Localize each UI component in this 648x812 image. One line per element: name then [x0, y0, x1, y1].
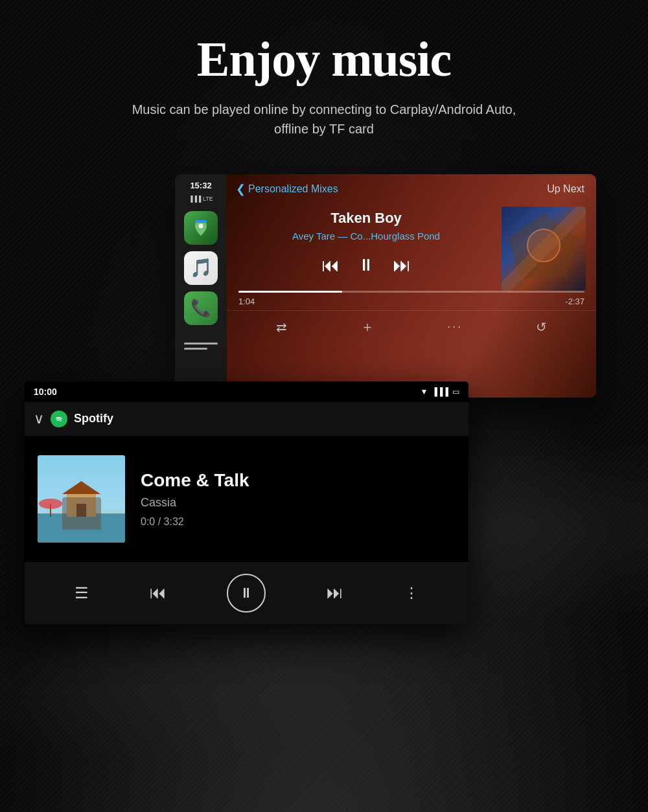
- carplay-signal: ▐▐▐ LTE: [189, 196, 213, 202]
- carplay-remaining: -2:37: [565, 297, 584, 306]
- carplay-rewind-button[interactable]: ⏮: [321, 254, 340, 276]
- subtitle-line1: Music can be played online by connecting…: [132, 102, 516, 117]
- android-artist-name: Cassia: [141, 496, 456, 510]
- svg-rect-11: [76, 504, 86, 517]
- android-track-details: Come & Talk Cassia 0:0 / 3:32: [141, 470, 456, 528]
- svg-point-0: [199, 223, 203, 228]
- more-dots-icon[interactable]: ···: [447, 320, 463, 333]
- android-content: Come & Talk Cassia 0:0 / 3:32: [25, 436, 469, 562]
- carplay-time: 15:32: [190, 181, 211, 190]
- wifi-icon: ▼: [421, 387, 428, 396]
- android-header: ∨ Spotify: [25, 402, 469, 436]
- signal-icon: ▐▐▐: [432, 387, 448, 396]
- menu-line: [184, 343, 218, 344]
- android-duration: 0:0 / 3:32: [141, 516, 456, 528]
- carplay-back-button[interactable]: ❮ Personalized Mixes: [236, 182, 338, 196]
- carplay-track-info: Taken Boy Avey Tare — Co...Hourglass Pon…: [237, 207, 495, 286]
- carplay-topbar: ❮ Personalized Mixes Up Next: [227, 174, 596, 201]
- subtitle-line2: offline by TF card: [274, 122, 374, 136]
- carplay-progress-bar[interactable]: [238, 291, 584, 293]
- subtitle: Music can be played online by connecting…: [0, 100, 648, 139]
- android-chevron-down-icon[interactable]: ∨: [34, 411, 44, 427]
- carplay-controls: ⏮ ⏸ ⏭: [237, 254, 495, 276]
- android-statusbar: 10:00 ▼ ▐▐▐ ▭: [25, 381, 469, 402]
- android-total-time: 3:32: [164, 516, 184, 527]
- music-app-icon[interactable]: 🎵: [184, 251, 218, 285]
- carplay-bottom-bar: ⇄ ＋ ··· ↺: [227, 310, 596, 341]
- carplay-pause-button[interactable]: ⏸: [358, 255, 375, 275]
- maps-app-icon[interactable]: [184, 211, 218, 245]
- android-status-icons: ▼ ▐▐▐ ▭: [421, 387, 459, 396]
- repeat-icon[interactable]: ↺: [536, 319, 547, 335]
- carplay-progress-fill: [238, 291, 342, 293]
- carplay-content: Taken Boy Avey Tare — Co...Hourglass Pon…: [227, 201, 596, 296]
- svg-rect-8: [38, 513, 125, 543]
- shuffle-icon[interactable]: ⇄: [276, 319, 287, 335]
- carplay-back-label: Personalized Mixes: [248, 183, 338, 195]
- android-duration-separator: /: [158, 516, 164, 527]
- carplay-main: ❮ Personalized Mixes Up Next Taken Boy A…: [227, 174, 596, 398]
- spotify-icon: [51, 411, 67, 427]
- battery-icon: ▭: [452, 387, 459, 396]
- add-icon[interactable]: ＋: [360, 317, 375, 337]
- svg-point-13: [39, 499, 62, 509]
- svg-rect-9: [67, 494, 96, 517]
- page-content: Enjoy music Music can be played online b…: [0, 0, 648, 812]
- carplay-track-name: Taken Boy: [237, 210, 495, 227]
- phone-app-icon[interactable]: 📞: [184, 291, 218, 325]
- carplay-album-art: [502, 207, 586, 291]
- android-track-name: Come & Talk: [141, 470, 456, 491]
- carplay-album-art-image: [502, 207, 586, 291]
- carplay-progress-area: 1:04 -2:37: [227, 291, 596, 306]
- android-time: 10:00: [34, 387, 57, 397]
- screens-area: 15:32 ▐▐▐ LTE: [0, 174, 648, 640]
- android-album-art: [38, 455, 125, 543]
- carplay-screen: 15:32 ▐▐▐ LTE: [175, 174, 596, 398]
- header-section: Enjoy music Music can be played online b…: [0, 0, 648, 139]
- carplay-menu[interactable]: [184, 337, 218, 356]
- android-next-button[interactable]: ⏭: [327, 583, 343, 603]
- carplay-fastforward-button[interactable]: ⏭: [393, 254, 411, 276]
- android-current-time: 0:0: [141, 516, 155, 527]
- android-app-name: Spotify: [74, 412, 113, 425]
- svg-rect-1: [195, 220, 207, 223]
- back-chevron-icon: ❮: [236, 182, 246, 196]
- android-controls: ☰ ⏮ ⏸ ⏭ ⋮: [25, 562, 469, 624]
- android-auto-screen: 10:00 ▼ ▐▐▐ ▭ ∨ Spotif: [25, 381, 469, 624]
- android-queue-icon[interactable]: ☰: [75, 584, 89, 602]
- android-more-button[interactable]: ⋮: [404, 585, 419, 602]
- carplay-track-artist: Avey Tare — Co...Hourglass Pond: [237, 231, 495, 242]
- android-prev-button[interactable]: ⏮: [150, 583, 167, 603]
- carplay-elapsed: 1:04: [238, 297, 255, 306]
- carplay-sidebar: 15:32 ▐▐▐ LTE: [175, 174, 227, 398]
- up-next-button[interactable]: Up Next: [547, 183, 584, 195]
- android-pause-button[interactable]: ⏸: [227, 574, 266, 613]
- menu-line: [184, 348, 207, 350]
- carplay-time-row: 1:04 -2:37: [228, 297, 595, 306]
- page-title: Enjoy music: [0, 34, 648, 85]
- android-album-art-image: [38, 455, 125, 543]
